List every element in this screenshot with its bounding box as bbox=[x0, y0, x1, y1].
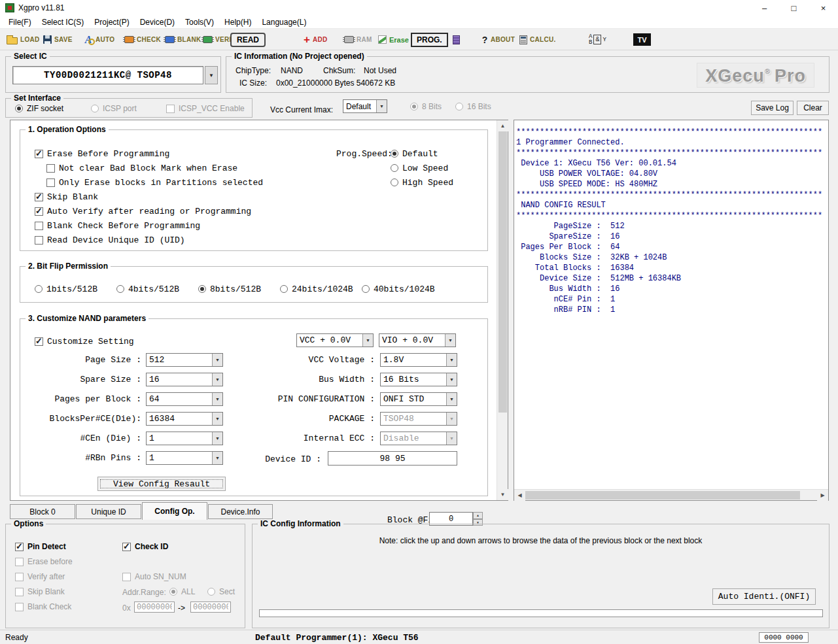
auto-identify-button[interactable]: Auto Identi.(ONFI) bbox=[712, 588, 816, 605]
vcc-offset-select[interactable]: VCC + 0.0V bbox=[296, 333, 374, 347]
log-text: ****************************************… bbox=[514, 120, 828, 315]
scroll-up-icon[interactable]: ▲ bbox=[497, 120, 508, 131]
folder-icon bbox=[7, 37, 18, 44]
radio-zif-socket[interactable]: ZIF socket bbox=[15, 103, 63, 114]
select-ic-dropdown-button[interactable] bbox=[205, 66, 218, 84]
scroll-left-icon[interactable]: ◀ bbox=[514, 490, 525, 501]
prog-button[interactable]: PROG. bbox=[411, 31, 448, 48]
radio-40bits-1024b[interactable]: 40bits/1024B bbox=[362, 284, 435, 294]
vcc-voltage-select[interactable]: 1.8V bbox=[380, 353, 457, 367]
checkbox-check-id[interactable]: Check ID bbox=[122, 541, 168, 552]
logic-test-button[interactable]: A B & Y bbox=[589, 31, 606, 48]
config-panel-scrollbar[interactable]: ▲ ▼ bbox=[497, 120, 508, 500]
radio-4bits-512b[interactable]: 4bits/512B bbox=[116, 284, 179, 294]
checkbox-erase-before-programming[interactable]: Erase Before Programming bbox=[35, 148, 169, 159]
page-size-label: Page Size : bbox=[20, 355, 141, 365]
pages-per-block-label: Pages per Block : bbox=[20, 394, 141, 404]
scrollbar-thumb[interactable] bbox=[525, 491, 800, 500]
scroll-down-icon[interactable]: ▼ bbox=[497, 489, 508, 500]
checkbox-read-uid[interactable]: Read Device Unique ID (UID) bbox=[35, 235, 185, 245]
select-ic-legend: Select IC bbox=[11, 52, 50, 61]
menu-select-ic[interactable]: Select IC(S) bbox=[37, 16, 90, 29]
menu-device[interactable]: Device(D) bbox=[135, 16, 180, 29]
checkbox-auto-verify[interactable]: Auto Verify after reading or Programming bbox=[35, 206, 251, 216]
radio-24bits-1024b[interactable]: 24bits/1024B bbox=[280, 284, 353, 294]
load-button[interactable]: LOAD bbox=[7, 31, 40, 48]
radio-speed-default[interactable]: Default bbox=[391, 148, 438, 159]
checkbox-icon bbox=[35, 150, 43, 158]
menu-language[interactable]: Language(L) bbox=[256, 16, 311, 29]
checkbox-pin-detect[interactable]: Pin Detect bbox=[15, 541, 66, 552]
question-icon bbox=[481, 35, 488, 45]
checkbox-icon bbox=[46, 164, 55, 173]
maximize-button[interactable]: □ bbox=[779, 0, 809, 16]
rbn-pins-select[interactable]: 1 bbox=[146, 451, 223, 465]
floppy-icon bbox=[43, 35, 52, 44]
prog-speed-label: Prog.Speed: bbox=[336, 149, 393, 159]
checkbox-icon bbox=[35, 236, 43, 245]
radio-icon bbox=[198, 285, 206, 293]
save-button[interactable]: SAVE bbox=[43, 31, 73, 48]
selected-ic-value[interactable]: TY00D0021211KC@ TSOP48 bbox=[12, 66, 203, 84]
internal-ecc-label: Internal ECC : bbox=[217, 433, 375, 443]
vio-offset-select[interactable]: VIO + 0.0V bbox=[379, 333, 456, 347]
read-button[interactable]: READ bbox=[230, 31, 266, 48]
scroll-right-icon[interactable]: ▶ bbox=[817, 490, 828, 501]
plus-icon bbox=[304, 34, 310, 45]
radio-8bits-512b[interactable]: 8bits/512B bbox=[198, 284, 261, 294]
ic-test-button[interactable] bbox=[453, 31, 460, 48]
tab-unique-id[interactable]: Unique ID bbox=[76, 504, 141, 519]
tv-button[interactable]: TV bbox=[633, 31, 651, 48]
pin-configuration-select[interactable]: ONFI STD bbox=[380, 392, 457, 406]
minimize-button[interactable]: – bbox=[750, 0, 779, 16]
radio-speed-high[interactable]: High Speed bbox=[391, 177, 453, 188]
menu-project[interactable]: Project(P) bbox=[89, 16, 134, 29]
select-ic-group: Select IC TY00D0021211KC@ TSOP48 bbox=[5, 56, 221, 93]
checkbox-only-erase-partitions[interactable]: Only Erase blocks in Partitions selected bbox=[46, 177, 263, 188]
radio-speed-low[interactable]: Low Speed bbox=[391, 163, 448, 173]
pages-per-block-select[interactable]: 64 bbox=[146, 392, 223, 406]
vcc-imax-select[interactable]: Default bbox=[343, 99, 387, 113]
package-select: TSOP48 bbox=[380, 412, 457, 426]
clear-button[interactable]: Clear bbox=[797, 101, 829, 115]
internal-ecc-select: Disable bbox=[380, 432, 457, 445]
tab-block-0[interactable]: Block 0 bbox=[10, 504, 75, 519]
checkbox-blank-check-before[interactable]: Blank Check Before Programming bbox=[35, 220, 200, 231]
radio-icon bbox=[91, 105, 99, 112]
set-interface-group: Set Interface ZIF socket ICSP port ICSP_… bbox=[5, 98, 253, 118]
chevron-down-icon bbox=[446, 432, 457, 445]
menu-tools[interactable]: Tools(V) bbox=[180, 16, 219, 29]
save-log-button[interactable]: Save Log bbox=[751, 101, 794, 115]
bus-width-select[interactable]: 16 Bits bbox=[380, 373, 457, 386]
view-config-result-button[interactable]: View Config Resault bbox=[97, 477, 226, 491]
cen-die-select[interactable]: 1 bbox=[146, 432, 223, 445]
menu-help[interactable]: Help(H) bbox=[219, 16, 256, 29]
radio-16-bits: 16 Bits bbox=[455, 101, 491, 112]
scrollbar-thumb[interactable] bbox=[498, 131, 507, 413]
check-button[interactable]: CHECK bbox=[124, 31, 161, 48]
status-bar: Ready Default Programmer(1): XGecu T56 0… bbox=[0, 630, 838, 644]
blocks-per-ce-select[interactable]: 16384 bbox=[146, 412, 223, 426]
checkbox-not-clear-bad-block[interactable]: Not clear Bad Block Mark when Erase bbox=[46, 163, 237, 173]
close-button[interactable]: × bbox=[809, 0, 838, 16]
addr-range-label: Addr.Range: bbox=[122, 588, 166, 597]
erase-button[interactable]: Erase bbox=[378, 31, 409, 48]
checkbox-customize-setting[interactable]: Customize Setting bbox=[35, 336, 134, 347]
auto-button[interactable]: AUTO bbox=[84, 31, 114, 48]
spinner-up-icon[interactable]: ▲ bbox=[473, 512, 483, 519]
log-scrollbar[interactable]: ◀ ▶ bbox=[514, 489, 828, 500]
blank-button[interactable]: BLANK bbox=[165, 31, 201, 48]
radio-1bits-512b[interactable]: 1bits/512B bbox=[35, 284, 97, 294]
add-button[interactable]: ADD bbox=[304, 31, 328, 48]
menu-file[interactable]: File(F) bbox=[3, 16, 37, 29]
tab-device-info[interactable]: Device.Info bbox=[208, 504, 273, 519]
checkbox-skip-blank[interactable]: Skip Blank bbox=[35, 192, 98, 202]
spare-size-select[interactable]: 16 bbox=[146, 373, 223, 386]
calcu-button[interactable]: CALCU. bbox=[519, 31, 556, 48]
nand-params-legend: 3. Customize NAND parameters bbox=[26, 314, 148, 323]
tab-config-op[interactable]: Config Op. bbox=[142, 502, 207, 520]
page-size-select[interactable]: 512 bbox=[146, 353, 223, 367]
about-button[interactable]: ABOUT bbox=[481, 31, 515, 48]
radio-addr-sect: Sect bbox=[207, 586, 235, 597]
chip-check-icon bbox=[124, 36, 134, 43]
